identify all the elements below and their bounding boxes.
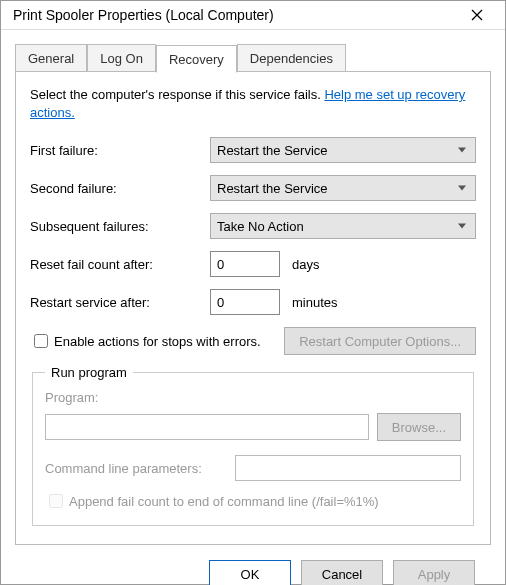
apply-button: Apply bbox=[393, 560, 475, 585]
tab-general[interactable]: General bbox=[15, 44, 87, 72]
restart-after-row: Restart service after: minutes bbox=[30, 289, 476, 315]
ok-button[interactable]: OK bbox=[209, 560, 291, 585]
tab-strip: General Log On Recovery Dependencies bbox=[15, 44, 491, 72]
second-failure-row: Second failure: Restart the Service bbox=[30, 175, 476, 201]
restart-computer-options-button: Restart Computer Options... bbox=[284, 327, 476, 355]
second-failure-combo-wrap: Restart the Service bbox=[210, 175, 476, 201]
first-failure-select[interactable]: Restart the Service bbox=[210, 137, 476, 163]
first-failure-combo-wrap: Restart the Service bbox=[210, 137, 476, 163]
enable-actions-label: Enable actions for stops with errors. bbox=[54, 334, 261, 349]
dialog-body: General Log On Recovery Dependencies Sel… bbox=[1, 30, 505, 585]
cmd-params-input bbox=[235, 455, 461, 481]
tab-recovery[interactable]: Recovery bbox=[156, 45, 237, 73]
append-row: Append fail count to end of command line… bbox=[45, 491, 461, 511]
intro-text-block: Select the computer's response if this s… bbox=[30, 86, 476, 121]
program-line: Browse... bbox=[45, 413, 461, 441]
tab-dependencies[interactable]: Dependencies bbox=[237, 44, 346, 72]
subsequent-failures-label: Subsequent failures: bbox=[30, 219, 210, 234]
append-label: Append fail count to end of command line… bbox=[69, 494, 379, 509]
dialog-window: Print Spooler Properties (Local Computer… bbox=[0, 0, 506, 585]
second-failure-label: Second failure: bbox=[30, 181, 210, 196]
window-title: Print Spooler Properties (Local Computer… bbox=[13, 7, 457, 23]
run-program-legend: Run program bbox=[45, 365, 133, 380]
enable-actions-checkbox[interactable] bbox=[34, 334, 48, 348]
reset-fail-input[interactable] bbox=[210, 251, 280, 277]
restart-after-input[interactable] bbox=[210, 289, 280, 315]
tab-log-on[interactable]: Log On bbox=[87, 44, 156, 72]
recovery-panel: Select the computer's response if this s… bbox=[15, 71, 491, 545]
subsequent-failures-combo-wrap: Take No Action bbox=[210, 213, 476, 239]
program-label: Program: bbox=[45, 390, 461, 405]
run-program-group: Run program Program: Browse... Command l… bbox=[32, 365, 474, 526]
reset-fail-label: Reset fail count after: bbox=[30, 257, 210, 272]
title-bar: Print Spooler Properties (Local Computer… bbox=[1, 1, 505, 30]
restart-after-label: Restart service after: bbox=[30, 295, 210, 310]
reset-fail-row: Reset fail count after: days bbox=[30, 251, 476, 277]
dialog-button-bar: OK Cancel Apply bbox=[15, 545, 491, 585]
program-input bbox=[45, 414, 369, 440]
close-button[interactable] bbox=[457, 1, 497, 29]
cmd-params-line: Command line parameters: bbox=[45, 455, 461, 481]
first-failure-label: First failure: bbox=[30, 143, 210, 158]
subsequent-failures-row: Subsequent failures: Take No Action bbox=[30, 213, 476, 239]
cmd-params-label: Command line parameters: bbox=[45, 461, 225, 476]
append-checkbox bbox=[49, 494, 63, 508]
cancel-button[interactable]: Cancel bbox=[301, 560, 383, 585]
subsequent-failures-select[interactable]: Take No Action bbox=[210, 213, 476, 239]
first-failure-row: First failure: Restart the Service bbox=[30, 137, 476, 163]
reset-fail-unit: days bbox=[292, 257, 319, 272]
intro-text: Select the computer's response if this s… bbox=[30, 87, 324, 102]
enable-actions-row: Enable actions for stops with errors. Re… bbox=[30, 327, 476, 355]
restart-after-unit: minutes bbox=[292, 295, 338, 310]
close-icon bbox=[471, 9, 483, 21]
second-failure-select[interactable]: Restart the Service bbox=[210, 175, 476, 201]
browse-button: Browse... bbox=[377, 413, 461, 441]
